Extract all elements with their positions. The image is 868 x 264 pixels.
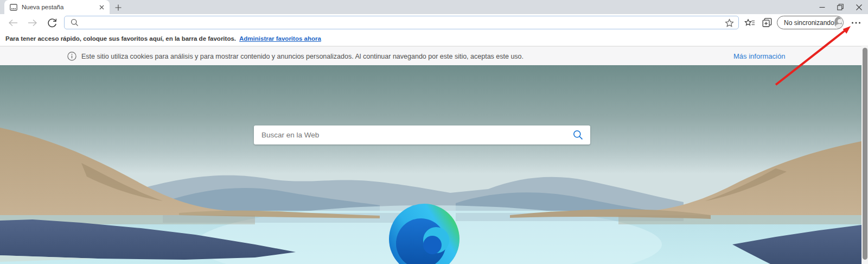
window-controls <box>813 0 868 14</box>
refresh-button[interactable] <box>43 15 61 30</box>
forward-button[interactable] <box>24 15 41 30</box>
web-search-submit[interactable] <box>565 125 590 144</box>
new-tab-page <box>0 65 861 264</box>
window-minimize-button[interactable] <box>813 0 831 14</box>
favorites-bar: Para tener acceso rápido, coloque sus fa… <box>0 31 868 46</box>
navigation-toolbar: No sincronizando <box>0 14 868 31</box>
add-favorite-star-icon[interactable] <box>725 18 734 27</box>
cookie-message: Este sitio utiliza cookies para análisis… <box>81 53 524 60</box>
scrollbar-thumb[interactable] <box>863 48 867 260</box>
info-icon <box>67 52 76 61</box>
window-close-button[interactable] <box>850 0 868 14</box>
search-magnifier-icon <box>573 130 583 140</box>
web-search-input[interactable] <box>254 131 565 139</box>
back-button[interactable] <box>4 15 22 30</box>
settings-menu-button[interactable] <box>847 15 865 30</box>
collections-button[interactable] <box>758 15 776 30</box>
tab-title: Nueva pestaña <box>22 4 97 10</box>
tab-nueva-pestana[interactable]: Nueva pestaña <box>4 0 110 14</box>
cookie-more-info-link[interactable]: Más información <box>733 47 785 66</box>
window-restore-button[interactable] <box>831 0 850 14</box>
manage-favorites-link[interactable]: Administrar favoritos ahora <box>239 35 321 42</box>
tab-strip: Nueva pestaña <box>0 0 868 14</box>
address-bar[interactable] <box>64 16 739 29</box>
new-tab-page-icon <box>10 4 17 11</box>
tab-close-icon[interactable] <box>97 2 106 12</box>
new-tab-button[interactable] <box>112 2 124 14</box>
edge-logo <box>386 202 462 264</box>
favorites-bar-message: Para tener acceso rápido, coloque sus fa… <box>5 35 236 42</box>
more-options-icon <box>851 21 861 24</box>
vertical-scrollbar[interactable] <box>861 46 868 264</box>
forward-arrow-icon <box>28 19 37 27</box>
favorites-button[interactable] <box>741 15 758 30</box>
refresh-icon <box>47 18 57 28</box>
browser-window: Nueva pestaña <box>0 0 868 264</box>
address-input[interactable] <box>84 19 725 27</box>
search-icon <box>71 18 79 27</box>
profile-avatar <box>834 17 842 28</box>
back-arrow-icon <box>8 19 18 27</box>
favorites-star-list-icon <box>744 18 755 27</box>
sync-profile-button[interactable]: No sincronizando <box>777 16 844 29</box>
web-search-box[interactable] <box>254 125 590 144</box>
sync-status-label: No sincronizando <box>784 19 834 27</box>
collections-icon <box>762 18 772 27</box>
cookie-banner: Este sitio utiliza cookies para análisis… <box>0 46 861 65</box>
